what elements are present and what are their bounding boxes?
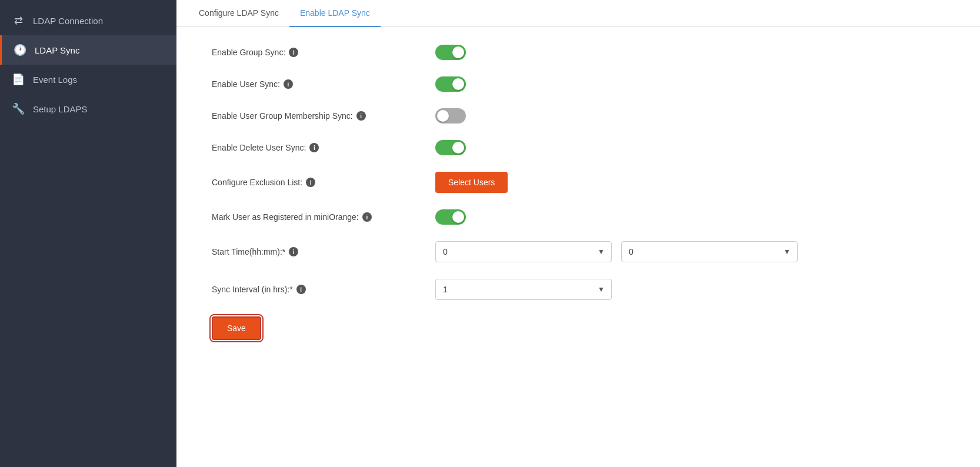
sidebar-item-label: LDAP Connection: [33, 16, 103, 26]
ldap-sync-icon: 🕐: [14, 44, 26, 56]
enable-user-group-membership-sync-info-icon[interactable]: i: [356, 111, 366, 121]
enable-group-sync-info-icon[interactable]: i: [289, 48, 298, 57]
start-time-controls: 0 1 2 ▼ 0 15 30 45 ▼: [435, 241, 798, 262]
start-time-hour-select[interactable]: 0 1 2: [435, 241, 612, 262]
mark-user-registered-track[interactable]: [435, 209, 466, 225]
enable-delete-user-sync-track[interactable]: [435, 140, 466, 155]
start-time-minute-wrapper: 0 15 30 45 ▼: [621, 241, 798, 262]
sidebar-item-ldap-sync[interactable]: 🕐 LDAP Sync: [0, 35, 176, 65]
sync-interval-row: Sync Interval (in hrs):* i 1 2 4 6 12 24…: [212, 279, 945, 300]
sidebar: ⇄ LDAP Connection 🕐 LDAP Sync 📄 Event Lo…: [0, 0, 176, 467]
sidebar-item-label: Setup LDAPS: [33, 104, 88, 114]
enable-group-sync-toggle[interactable]: [435, 45, 466, 60]
sync-interval-label: Sync Interval (in hrs):* i: [212, 285, 435, 294]
select-users-button[interactable]: Select Users: [435, 172, 508, 193]
ldap-connection-icon: ⇄: [12, 14, 25, 27]
enable-user-sync-row: Enable User Sync: i: [212, 76, 945, 92]
start-time-label: Start Time(hh:mm):* i: [212, 247, 435, 256]
enable-delete-user-sync-toggle[interactable]: [435, 140, 466, 155]
start-time-hour-wrapper: 0 1 2 ▼: [435, 241, 612, 262]
sidebar-item-event-logs[interactable]: 📄 Event Logs: [0, 65, 176, 94]
mark-user-registered-thumb: [452, 211, 464, 223]
sidebar-item-label: LDAP Sync: [35, 45, 79, 55]
tab-enable[interactable]: Enable LDAP Sync: [289, 0, 381, 27]
sync-interval-info-icon[interactable]: i: [296, 285, 306, 294]
enable-user-sync-label: Enable User Sync: i: [212, 79, 435, 89]
enable-user-group-membership-sync-track[interactable]: [435, 108, 466, 124]
enable-user-sync-thumb: [452, 78, 464, 90]
mark-user-registered-label: Mark User as Registered in miniOrange: i: [212, 212, 435, 222]
start-time-info-icon[interactable]: i: [289, 247, 298, 256]
enable-user-group-membership-sync-thumb: [437, 110, 449, 122]
enable-group-sync-track[interactable]: [435, 45, 466, 60]
mark-user-registered-info-icon[interactable]: i: [362, 212, 372, 222]
enable-user-group-membership-sync-toggle[interactable]: [435, 108, 466, 124]
enable-user-group-membership-sync-label: Enable User Group Membership Sync: i: [212, 111, 435, 121]
enable-delete-user-sync-row: Enable Delete User Sync: i: [212, 140, 945, 155]
configure-exclusion-list-label: Configure Exclusion List: i: [212, 178, 435, 187]
start-time-minute-select[interactable]: 0 15 30 45: [621, 241, 798, 262]
sidebar-item-setup-ldaps[interactable]: 🔧 Setup LDAPS: [0, 94, 176, 124]
enable-user-sync-toggle[interactable]: [435, 76, 466, 92]
form-content: Enable Group Sync: i Enable User Sync: i: [176, 27, 980, 374]
tab-bar: Configure LDAP Sync Enable LDAP Sync: [176, 0, 980, 27]
mark-user-registered-toggle[interactable]: [435, 209, 466, 225]
configure-exclusion-list-info-icon[interactable]: i: [306, 178, 315, 187]
enable-group-sync-label: Enable Group Sync: i: [212, 48, 435, 57]
enable-user-sync-info-icon[interactable]: i: [284, 79, 293, 89]
setup-ldaps-icon: 🔧: [12, 102, 25, 115]
mark-user-registered-row: Mark User as Registered in miniOrange: i: [212, 209, 945, 225]
enable-user-sync-track[interactable]: [435, 76, 466, 92]
save-button[interactable]: Save: [212, 316, 261, 340]
main-content: Configure LDAP Sync Enable LDAP Sync Ena…: [176, 0, 980, 467]
event-logs-icon: 📄: [12, 73, 25, 86]
tab-configure[interactable]: Configure LDAP Sync: [188, 0, 289, 27]
configure-exclusion-list-row: Configure Exclusion List: i Select Users: [212, 172, 945, 193]
sync-interval-wrapper: 1 2 4 6 12 24 ▼: [435, 279, 612, 300]
sync-interval-select[interactable]: 1 2 4 6 12 24: [435, 279, 612, 300]
sidebar-item-ldap-connection[interactable]: ⇄ LDAP Connection: [0, 6, 176, 35]
sidebar-item-label: Event Logs: [33, 75, 77, 85]
enable-user-group-membership-sync-row: Enable User Group Membership Sync: i: [212, 108, 945, 124]
save-row: Save: [212, 316, 945, 340]
enable-delete-user-sync-info-icon[interactable]: i: [309, 143, 319, 152]
enable-delete-user-sync-label: Enable Delete User Sync: i: [212, 143, 435, 152]
enable-group-sync-row: Enable Group Sync: i: [212, 45, 945, 60]
enable-group-sync-thumb: [452, 46, 464, 58]
start-time-row: Start Time(hh:mm):* i 0 1 2 ▼ 0 15 3: [212, 241, 945, 262]
enable-delete-user-sync-thumb: [452, 142, 464, 154]
